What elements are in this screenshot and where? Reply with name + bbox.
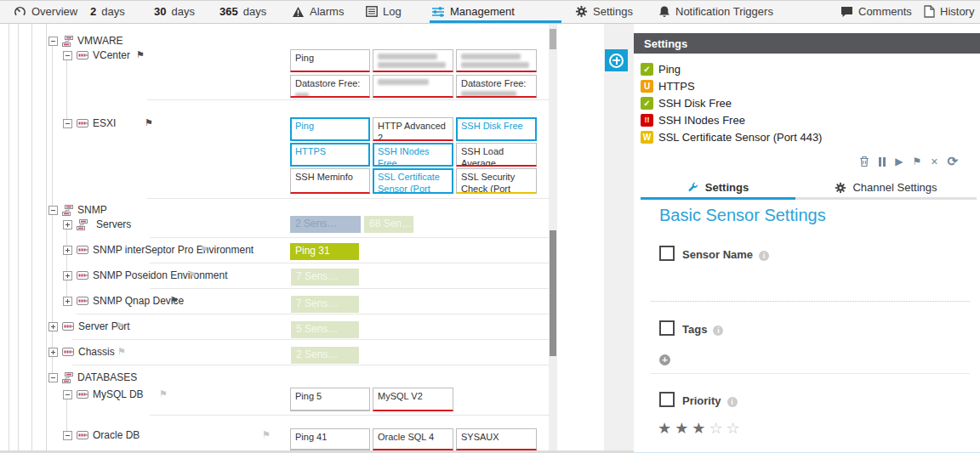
add-sensor-button[interactable]: [605, 49, 628, 71]
sensor-box-ssh-disk-free[interactable]: SSH Disk Free: [456, 117, 537, 141]
expand-toggle-icon[interactable]: [63, 297, 72, 306]
scrollbar-thumb[interactable]: [550, 230, 556, 356]
tree-vertical-scrollbar[interactable]: [549, 24, 557, 450]
tree-device-oracle[interactable]: Oracle DB: [63, 429, 140, 441]
tree-group-databases[interactable]: DATABASES: [48, 371, 137, 383]
star-empty-icon[interactable]: ☆: [726, 420, 744, 437]
tab-channel-settings[interactable]: Channel Settings: [795, 178, 977, 200]
expand-toggle-icon[interactable]: [63, 220, 72, 229]
add-tag-button[interactable]: +: [659, 354, 670, 365]
favorite-flag-icon[interactable]: ⚑: [117, 347, 126, 355]
sensor-box-ssh-meminfo[interactable]: SSH Meminfo: [290, 168, 370, 194]
tree-device-mysql[interactable]: MySQL DB: [63, 388, 144, 400]
tab-comments[interactable]: Comments: [840, 1, 912, 22]
info-icon[interactable]: i: [727, 397, 738, 407]
sensor-box-ping-41[interactable]: Ping 41: [290, 428, 370, 450]
collapse-toggle-icon[interactable]: [63, 119, 72, 128]
favorite-flag-icon[interactable]: ⚑: [136, 50, 145, 59]
priority-star-rating[interactable]: ★★★☆☆: [658, 419, 744, 438]
sensor-count-badge[interactable]: 7 Sens…: [291, 269, 359, 286]
tree-device-esxi[interactable]: ESXI: [63, 117, 116, 129]
sensor-box-redacted[interactable]: [373, 49, 453, 72]
sensor-box-ssh-load-average[interactable]: SSH Load Average: [456, 143, 537, 167]
sensor-box-ssl-certificate[interactable]: SSL Certificate Sensor (Port 443): [373, 168, 453, 194]
star-filled-icon[interactable]: ★: [675, 420, 692, 437]
sensor-box-redacted[interactable]: [373, 75, 453, 98]
sensor-box-https[interactable]: HTTPS: [290, 143, 370, 167]
collapse-toggle-icon[interactable]: [63, 390, 72, 399]
sensor-count-badge[interactable]: 2 Sens…: [291, 347, 359, 364]
favorite-flag-icon[interactable]: ⚑: [145, 118, 153, 127]
star-empty-icon[interactable]: ☆: [709, 420, 726, 437]
star-filled-icon[interactable]: ★: [692, 420, 709, 437]
expand-toggle-icon[interactable]: [63, 271, 72, 280]
favorite-flag-icon[interactable]: ⚑: [188, 270, 197, 279]
tree-device-chassis[interactable]: Chassis: [48, 346, 115, 358]
favorite-flag-icon[interactable]: ⚑: [116, 321, 124, 330]
tab-management[interactable]: Management: [431, 1, 515, 22]
delete-icon[interactable]: [859, 156, 869, 167]
tree-device-qnap[interactable]: SNMP Qnap Device: [63, 295, 184, 307]
selected-sensor-item[interactable]: !! SSH INodes Free: [641, 112, 745, 127]
favorite-flag-icon[interactable]: ⚑: [262, 430, 271, 439]
collapse-toggle-icon[interactable]: [63, 431, 72, 440]
tree-group-servers[interactable]: Servers: [63, 218, 131, 230]
tree-device-vcenter[interactable]: VCenter: [63, 49, 130, 61]
selected-sensor-item[interactable]: W SSL Certificate Sensor (Port 443): [641, 129, 822, 144]
tree-group-vmware[interactable]: VMWARE: [48, 35, 123, 47]
sensor-box-oracle-sql-4[interactable]: Oracle SQL 4: [373, 428, 453, 450]
sensor-box-ping-5[interactable]: Ping 5: [290, 388, 370, 411]
sensor-box-mysql-v2[interactable]: MySQL V2: [373, 388, 453, 411]
expand-toggle-icon[interactable]: [48, 322, 58, 331]
favorite-flag-icon[interactable]: ⚑: [159, 389, 168, 398]
tab-notification-triggers[interactable]: Notification Triggers: [658, 1, 773, 22]
tab-settings[interactable]: Settings: [575, 1, 633, 22]
favorite-flag-icon[interactable]: ⚑: [170, 296, 179, 304]
collapse-toggle-icon[interactable]: [48, 206, 58, 215]
collapse-toggle-icon[interactable]: [48, 37, 58, 46]
selected-sensor-item[interactable]: ✓ Ping: [641, 61, 681, 76]
sensor-count-badge[interactable]: Ping 31: [290, 243, 359, 260]
sensor-count-badge[interactable]: 2 Sens…: [290, 216, 361, 233]
tab-log[interactable]: Log: [366, 1, 402, 22]
expand-toggle-icon[interactable]: [48, 348, 58, 357]
pause-icon[interactable]: [879, 157, 886, 167]
sensor-name-checkbox[interactable]: [659, 246, 675, 261]
flag-icon[interactable]: ⚑: [912, 156, 921, 167]
sensor-box-sysaux[interactable]: SYSAUX: [456, 428, 537, 450]
tab-30-days[interactable]: 30 days: [154, 1, 195, 22]
star-filled-icon[interactable]: ★: [658, 420, 675, 437]
sensor-box-ping[interactable]: Ping: [290, 117, 370, 141]
info-icon[interactable]: i: [759, 251, 769, 261]
priority-checkbox[interactable]: [659, 392, 675, 407]
sensor-box-redacted[interactable]: [456, 49, 537, 72]
tab-alarms[interactable]: Alarms: [292, 1, 344, 22]
sensor-box-http-advanced-2[interactable]: HTTP Advanced 2: [373, 117, 453, 141]
sensor-box-datastore-free[interactable]: Datastore Free:: [290, 75, 370, 98]
collapse-toggle-icon[interactable]: [48, 373, 58, 382]
sensor-count-badge[interactable]: 68 Sen…: [364, 216, 413, 233]
refresh-icon[interactable]: ⟳: [947, 156, 958, 167]
selected-sensor-item[interactable]: U HTTPS: [641, 78, 695, 93]
tab-overview[interactable]: Overview: [14, 1, 77, 22]
tree-group-snmp[interactable]: SNMP: [48, 204, 107, 216]
collapse-toggle-icon[interactable]: [63, 51, 72, 60]
sensor-box-ssh-inodes-free[interactable]: SSH INodes Free: [373, 143, 453, 167]
tab-sensor-settings[interactable]: Settings: [641, 178, 795, 200]
sensor-box-ping[interactable]: Ping: [290, 49, 370, 72]
tab-2-days[interactable]: 2 days: [90, 1, 125, 22]
sensor-box-datastore-free[interactable]: Datastore Free:: [456, 75, 537, 98]
sensor-count-badge[interactable]: 7 Sens…: [291, 296, 359, 313]
sensor-box-ssl-security-check[interactable]: SSL Security Check (Port 443): [456, 168, 537, 194]
expand-toggle-icon[interactable]: [63, 246, 72, 255]
favorite-flag-icon[interactable]: ⚑: [200, 245, 208, 253]
sensor-count-badge[interactable]: 5 Sens…: [291, 321, 359, 338]
resume-icon[interactable]: ▶: [895, 156, 903, 167]
close-icon[interactable]: ×: [931, 156, 937, 167]
tab-365-days[interactable]: 365 days: [219, 1, 266, 22]
tree-device-interseptor[interactable]: SNMP interSeptor Pro Environment: [63, 244, 254, 256]
info-icon[interactable]: i: [713, 326, 723, 336]
scrollbar-thumb[interactable]: [550, 29, 556, 49]
tags-checkbox[interactable]: [659, 320, 675, 336]
selected-sensor-item[interactable]: ✓ SSH Disk Free: [641, 95, 732, 110]
